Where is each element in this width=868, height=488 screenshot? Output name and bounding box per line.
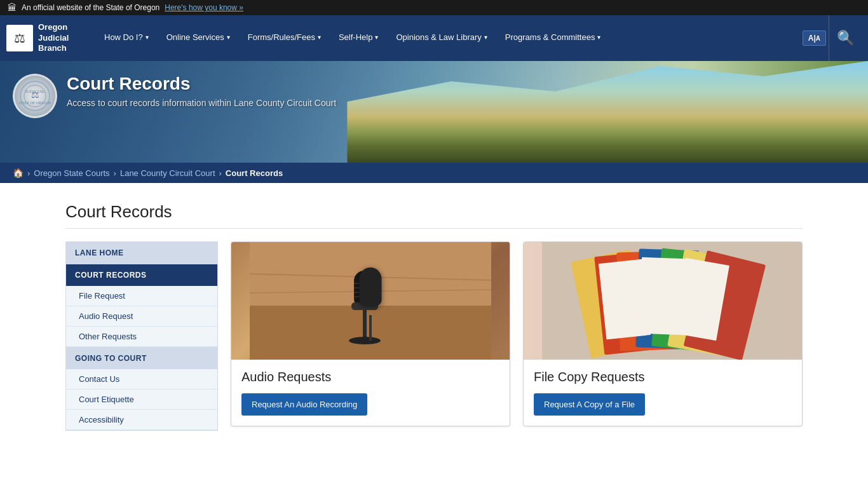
main-nav: ⚖ OregonJudicialBranch How Do I? ▾ Onlin… — [0, 15, 868, 61]
sidebar-item-file-request[interactable]: File Request — [66, 286, 217, 306]
nav-programs-committees[interactable]: Programs & Committees ▾ — [496, 15, 610, 61]
svg-text:STATE OF OREGON: STATE OF OREGON — [19, 101, 51, 105]
breadcrumb-oregon-courts[interactable]: Oregon State Courts — [34, 168, 109, 178]
content-layout: LANE HOME COURT RECORDS File Request Aud… — [65, 241, 803, 431]
svg-text:⚖: ⚖ — [31, 90, 39, 100]
main-content: Court Records LANE HOME COURT RECORDS Fi… — [53, 183, 815, 444]
flag-icon: 🏛 — [8, 3, 17, 13]
svg-rect-9 — [363, 306, 367, 341]
breadcrumb-current: Court Records — [226, 168, 283, 178]
sidebar-section-title-lane-home[interactable]: LANE HOME — [66, 242, 217, 264]
sidebar-section-going-to-court: GOING TO COURT Contact Us Court Etiquett… — [65, 348, 218, 431]
chevron-down-icon: ▾ — [146, 34, 149, 41]
chevron-down-icon: ▾ — [375, 34, 378, 41]
breadcrumb-sep: › — [114, 168, 116, 178]
sidebar: LANE HOME COURT RECORDS File Request Aud… — [65, 241, 218, 431]
card-file-body: File Copy Requests Request A Copy of a F… — [524, 360, 802, 426]
chevron-down-icon: ▾ — [484, 34, 487, 41]
nav-forms-rules-fees[interactable]: Forms/Rules/Fees ▾ — [239, 15, 330, 61]
how-to-know-link[interactable]: Here's how you know » — [165, 3, 243, 12]
logo-icon: ⚖ — [6, 25, 33, 51]
nav-online-services[interactable]: Online Services ▾ — [158, 15, 239, 61]
sidebar-section-lane-home: LANE HOME — [65, 241, 218, 264]
sidebar-section-title-court-records[interactable]: COURT RECORDS — [66, 264, 217, 286]
card-file-title: File Copy Requests — [534, 370, 792, 384]
breadcrumb-sep: › — [219, 168, 222, 178]
breadcrumb: 🏠 › Oregon State Courts › Lane County Ci… — [0, 163, 868, 183]
svg-rect-6 — [250, 306, 491, 360]
nav-items: How Do I? ▾ Online Services ▾ Forms/Rule… — [95, 15, 803, 61]
card-image-files — [524, 242, 802, 360]
hero-banner: JUDICIAL ⚖ STATE OF OREGON Court Records… — [0, 61, 868, 163]
breadcrumb-sep: › — [27, 168, 30, 178]
svg-rect-16 — [351, 302, 378, 310]
card-audio-body: Audio Requests Request An Audio Recordin… — [231, 360, 510, 426]
nav-opinions-law-library[interactable]: Opinions & Law Library ▾ — [387, 15, 496, 61]
sidebar-item-court-etiquette[interactable]: Court Etiquette — [66, 390, 217, 410]
sidebar-item-other-requests[interactable]: Other Requests — [66, 327, 217, 347]
card-audio-title: Audio Requests — [241, 370, 499, 384]
hero-title: Court Records — [67, 74, 336, 94]
hero-subtitle: Access to court records information with… — [67, 98, 336, 108]
site-logo[interactable]: ⚖ OregonJudicialBranch — [6, 22, 83, 55]
nav-right-controls: A|A 🔍 — [803, 15, 862, 61]
hero-text: Court Records Access to court records in… — [67, 74, 336, 108]
translate-button[interactable]: A|A — [803, 30, 826, 46]
sidebar-item-audio-request[interactable]: Audio Request — [66, 306, 217, 327]
nav-how-do-i[interactable]: How Do I? ▾ — [95, 15, 158, 61]
court-seal: JUDICIAL ⚖ STATE OF OREGON — [13, 74, 57, 118]
sidebar-section-title-going-to-court[interactable]: GOING TO COURT — [66, 348, 217, 369]
card-audio-requests: Audio Requests Request An Audio Recordin… — [231, 241, 510, 426]
hero-content: JUDICIAL ⚖ STATE OF OREGON Court Records… — [13, 74, 336, 118]
breadcrumb-lane-county[interactable]: Lane County Circuit Court — [120, 168, 215, 178]
chevron-down-icon: ▾ — [318, 34, 321, 41]
cards-area: Audio Requests Request An Audio Recordin… — [231, 241, 803, 431]
card-file-requests: File Copy Requests Request A Copy of a F… — [523, 241, 803, 426]
sidebar-item-accessibility[interactable]: Accessibility — [66, 410, 217, 430]
chevron-down-icon: ▾ — [597, 34, 600, 41]
svg-point-15 — [349, 337, 381, 344]
page-title: Court Records — [65, 202, 803, 229]
cards-grid: Audio Requests Request An Audio Recordin… — [231, 241, 803, 426]
card-image-microphone — [231, 242, 510, 360]
sidebar-section-court-records: COURT RECORDS File Request Audio Request… — [65, 264, 218, 348]
request-audio-button[interactable]: Request An Audio Recording — [241, 393, 367, 416]
request-file-button[interactable]: Request A Copy of a File — [534, 393, 645, 416]
top-bar: 🏛 An official website of the State of Or… — [0, 0, 868, 15]
chevron-down-icon: ▾ — [227, 34, 230, 41]
logo-text: OregonJudicialBranch — [38, 22, 69, 55]
search-button[interactable]: 🔍 — [829, 15, 862, 61]
official-text: An official website of the State of Oreg… — [22, 3, 159, 12]
sidebar-item-contact-us[interactable]: Contact Us — [66, 369, 217, 390]
nav-self-help[interactable]: Self-Help ▾ — [330, 15, 387, 61]
home-icon[interactable]: 🏠 — [13, 168, 24, 178]
